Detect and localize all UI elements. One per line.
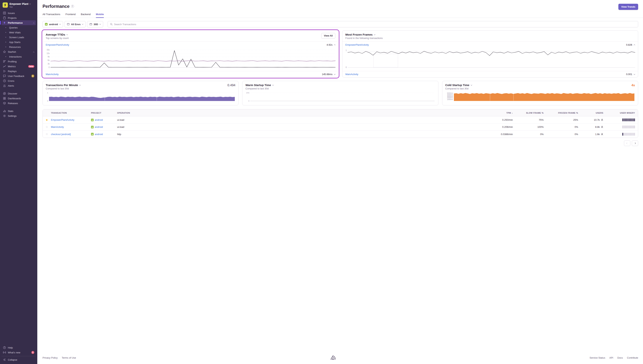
- footer-link-contribute[interactable]: Contribute: [627, 356, 638, 359]
- warm-startup-time-widget: Warm Startup Time Compared to last 30d 1…: [242, 81, 438, 106]
- footer-link-docs[interactable]: Docs: [617, 356, 623, 359]
- chevron-up-icon[interactable]: [334, 44, 336, 46]
- sidebar-item-collapse[interactable]: Collapse: [2, 357, 36, 362]
- favorite-toggle[interactable]: ☆: [43, 125, 51, 129]
- sidebar-item-alerts[interactable]: Alerts: [2, 83, 36, 88]
- chevron-down-icon[interactable]: [374, 34, 375, 35]
- transaction-link[interactable]: EmpowerPlantActivity: [46, 44, 69, 46]
- sidebar-item-what-s-new[interactable]: What's new5: [2, 350, 36, 355]
- footer-link-privacy-policy[interactable]: Privacy Policy: [43, 356, 58, 359]
- column-header-users[interactable]: Users: [581, 112, 606, 114]
- chevron-down-icon[interactable]: [471, 84, 472, 86]
- org-switcher[interactable]: Empower Plant Nar: [0, 0, 37, 10]
- pagination: [43, 140, 638, 146]
- feedback-icon: [3, 74, 6, 78]
- column-header-user-misery[interactable]: User Misery: [606, 112, 638, 114]
- project-link[interactable]: android: [95, 133, 103, 136]
- sidebar-item-releases[interactable]: Releases: [2, 101, 36, 106]
- environment-icon: [67, 23, 70, 26]
- sidebar-item-issues[interactable]: Issues: [2, 10, 36, 16]
- footer-link-api[interactable]: API: [609, 356, 613, 359]
- sidebar-item-performance[interactable]: Performance: [2, 20, 36, 25]
- sidebar-item-app-starts[interactable]: App Starts: [2, 40, 36, 44]
- column-header-tpm[interactable]: TPM↓: [488, 112, 516, 114]
- chevron-down-icon[interactable]: [272, 84, 274, 86]
- transaction-link[interactable]: EmpowerPlantActivity: [345, 44, 369, 46]
- transaction-link[interactable]: MainActivity: [51, 126, 64, 128]
- chevron-down-icon[interactable]: [79, 84, 81, 86]
- android-platform-icon: [91, 119, 94, 121]
- cold-startup-time-widget: Cold Startup Time Compared to last 30d 4…: [442, 81, 638, 106]
- sidebar-item-help[interactable]: Help: [2, 345, 36, 350]
- search-transactions-box[interactable]: [108, 21, 638, 28]
- most-frozen-frames-chart: 10: [344, 48, 636, 70]
- chevron-up-icon[interactable]: [634, 44, 635, 46]
- transaction-link[interactable]: checkout [android]: [51, 133, 71, 136]
- calendar-icon: [90, 23, 92, 26]
- transaction-link[interactable]: MainActivity: [345, 73, 358, 76]
- chevron-down-icon[interactable]: [334, 73, 336, 75]
- view-trends-button[interactable]: View Trends: [618, 4, 638, 10]
- column-header-transaction[interactable]: Transaction: [51, 112, 91, 114]
- chevron-down-icon[interactable]: [66, 34, 68, 35]
- projects-icon: [3, 16, 6, 19]
- transaction-link[interactable]: MainActivity: [46, 73, 59, 76]
- environment-filter-dropdown[interactable]: All Envs: [65, 21, 86, 28]
- operation-cell: ui.load: [117, 126, 488, 128]
- sidebar-item-metrics[interactable]: Metricsbeta: [2, 64, 36, 69]
- sidebar-item-settings[interactable]: Settings: [2, 114, 36, 118]
- sidebar-item-screen-loads[interactable]: Screen Loads: [2, 35, 36, 40]
- column-header-operation[interactable]: Operation: [117, 112, 488, 114]
- sidebar-item-replays[interactable]: Replays: [2, 69, 36, 74]
- footer-link-terms-of-use[interactable]: Terms of Use: [62, 356, 76, 359]
- sidebar-item-discover[interactable]: Discover: [2, 91, 36, 96]
- sidebar-item-label: Issues: [8, 12, 15, 14]
- tab-all-transactions[interactable]: All Transactions: [43, 13, 60, 18]
- date-range-dropdown[interactable]: 30D: [87, 21, 103, 28]
- sidebar-item-resources[interactable]: Resources: [2, 44, 36, 49]
- view-all-button[interactable]: View All: [321, 33, 335, 38]
- sidebar-item-label: Dashboards: [8, 97, 21, 100]
- settings-icon: [3, 114, 6, 117]
- sidebar-item-projects[interactable]: Projects: [2, 16, 36, 20]
- sidebar-item-label: Help: [8, 346, 13, 349]
- sidebar-item-crons[interactable]: Crons: [2, 78, 36, 83]
- sidebar-item-interactions[interactable]: Interactions: [2, 54, 36, 59]
- environment-filter-label: All Envs: [71, 23, 81, 26]
- transaction-link[interactable]: EmpowerPlantActivity: [51, 118, 74, 121]
- sidebar-item-label: Discover: [8, 92, 17, 95]
- cold-startup-chart: 5000ms4000ms3000ms2000ms1000ms: [445, 92, 635, 104]
- sidebar-item-starfish[interactable]: Starfish: [2, 49, 36, 54]
- column-header-frozen-frame[interactable]: Frozen Frame %: [547, 112, 581, 114]
- favorite-toggle[interactable]: ☆: [43, 132, 51, 136]
- star-filled-icon: ★: [46, 118, 48, 122]
- sidebar-item-dashboards[interactable]: Dashboards: [2, 96, 36, 101]
- tab-mobile[interactable]: Mobile: [96, 13, 104, 18]
- sidebar-item-queries[interactable]: Queries: [2, 25, 36, 30]
- widget-subtitle: Compared to last 30d: [46, 87, 81, 90]
- svg-text:0: 0: [346, 66, 347, 68]
- previous-page-button[interactable]: [624, 140, 630, 146]
- most-frozen-frames-widget: Most Frozen Frames Found in the followin…: [342, 30, 638, 78]
- sidebar-item-user-feedback[interactable]: User Feedback8: [2, 74, 36, 78]
- nav-spacer: [2, 106, 36, 108]
- sidebar-item-profiling[interactable]: Profiling: [2, 59, 36, 64]
- help-icon[interactable]: ?: [71, 5, 74, 8]
- tab-backend[interactable]: Backend: [81, 13, 91, 18]
- user-icon: [601, 119, 603, 121]
- tab-frontend[interactable]: Frontend: [66, 13, 76, 18]
- svg-text:1: 1: [346, 49, 347, 52]
- sidebar-item-stats[interactable]: Stats: [2, 108, 36, 114]
- column-header-project[interactable]: Project: [91, 112, 117, 114]
- chevron-down-icon[interactable]: [634, 73, 635, 75]
- project-filter-dropdown[interactable]: android: [43, 21, 63, 28]
- search-transactions-input[interactable]: [114, 23, 636, 26]
- sidebar-item-web-vitals[interactable]: Web Vitals: [2, 30, 36, 35]
- project-link[interactable]: android: [95, 126, 103, 128]
- next-page-button[interactable]: [632, 140, 638, 146]
- footer-link-service-status[interactable]: Service Status: [590, 356, 605, 359]
- favorite-toggle[interactable]: ★: [43, 118, 51, 122]
- project-link[interactable]: android: [95, 118, 103, 121]
- column-header-slow-frame[interactable]: Slow Frame %: [516, 112, 547, 114]
- releases-icon: [3, 102, 6, 105]
